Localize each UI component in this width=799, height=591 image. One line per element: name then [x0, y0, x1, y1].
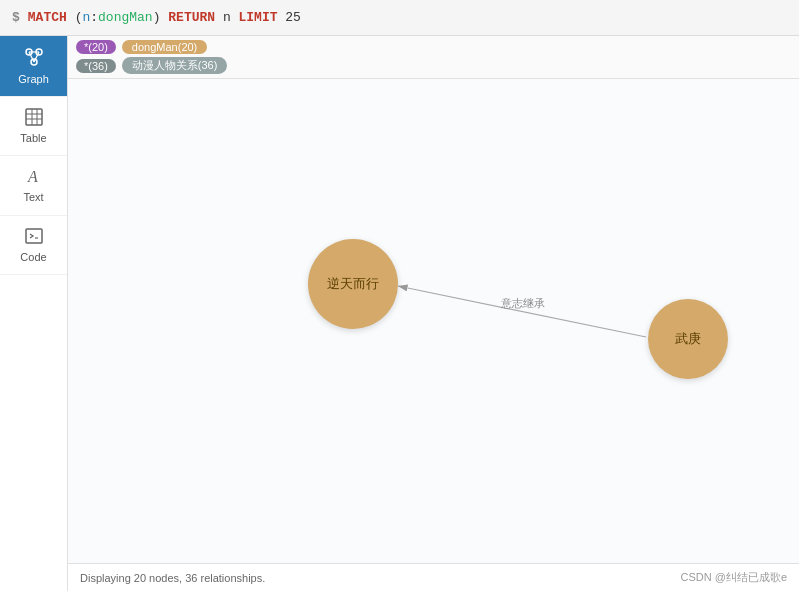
graph-node-2[interactable]: 武庚 [648, 299, 728, 379]
query-limit-value: 25 [278, 10, 301, 25]
query-node-label: dongMan [98, 10, 153, 25]
status-bar: Displaying 20 nodes, 36 relationships. C… [68, 563, 799, 591]
sidebar-graph-label: Graph [18, 73, 49, 86]
relationship-count-badge[interactable]: *(36) [76, 59, 116, 73]
query-return-var: n [215, 10, 238, 25]
svg-text:A: A [27, 168, 38, 185]
table-icon [24, 107, 44, 130]
tags-row-1: *(20) dongMan(20) [76, 40, 791, 54]
sidebar-text-label: Text [23, 191, 43, 204]
sidebar-item-graph[interactable]: Graph [0, 36, 67, 97]
query-return: RETURN [168, 10, 215, 25]
tags-bar: *(20) dongMan(20) *(36) 动漫人物关系(36) [68, 36, 799, 79]
node-count-badge[interactable]: *(20) [76, 40, 116, 54]
main-layout: Graph Table A Text [0, 36, 799, 591]
query-colon: : [90, 10, 98, 25]
query-limit: LIMIT [239, 10, 278, 25]
text-icon: A [24, 166, 44, 189]
graph-edge [398, 286, 646, 337]
query-dollar: $ [12, 10, 20, 25]
sidebar-item-code[interactable]: Code [0, 216, 67, 275]
query-open-paren: ( [67, 10, 83, 25]
code-icon [24, 226, 44, 249]
relationship-label-badge[interactable]: 动漫人物关系(36) [122, 57, 228, 74]
sidebar-code-label: Code [20, 251, 46, 264]
node-2-label: 武庚 [675, 330, 701, 348]
sidebar: Graph Table A Text [0, 36, 68, 591]
sidebar-item-table[interactable]: Table [0, 97, 67, 156]
svg-rect-6 [26, 109, 42, 125]
content-area: *(20) dongMan(20) *(36) 动漫人物关系(36) 意 [68, 36, 799, 591]
node-1-label: 逆天而行 [327, 275, 379, 293]
graph-node-1[interactable]: 逆天而行 [308, 239, 398, 329]
status-text: Displaying 20 nodes, 36 relationships. [80, 572, 265, 584]
edge-label: 意志继承 [500, 297, 545, 309]
graph-canvas[interactable]: 意志继承 逆天而行 武庚 [68, 79, 799, 563]
sidebar-table-label: Table [20, 132, 46, 145]
tags-row-2: *(36) 动漫人物关系(36) [76, 57, 791, 74]
query-close-paren: ) [153, 10, 169, 25]
sidebar-item-text[interactable]: A Text [0, 156, 67, 215]
query-bar: $ MATCH (n:dongMan) RETURN n LIMIT 25 [0, 0, 799, 36]
status-credit: CSDN @纠结已成歌e [680, 570, 787, 585]
query-node-var: n [82, 10, 90, 25]
graph-icon [23, 46, 45, 71]
node-label-badge[interactable]: dongMan(20) [122, 40, 207, 54]
query-match: MATCH [28, 10, 67, 25]
